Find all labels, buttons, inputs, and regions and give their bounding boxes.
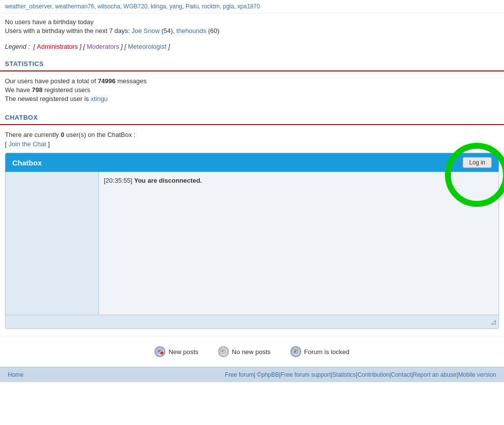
message-text: You are disconnected. bbox=[134, 177, 202, 184]
birthday-users-text: Users with a birthday within the next 7 … bbox=[5, 27, 499, 34]
footer-phpbb[interactable]: phpBB bbox=[261, 371, 279, 378]
footer-free-support[interactable]: Free forum support bbox=[281, 371, 331, 378]
top-user-link[interactable]: klinga bbox=[151, 3, 166, 10]
footer-mobile-version[interactable]: Mobile version bbox=[458, 371, 496, 378]
chatbox-body: [20:35:55] You are disconnected. bbox=[5, 172, 499, 315]
birthday-user-thehounds[interactable]: thehounds bbox=[176, 27, 206, 34]
footer-statistics[interactable]: Statistics bbox=[332, 371, 356, 378]
chatbox-online-text: There are currently 0 user(s) on the Cha… bbox=[5, 131, 499, 138]
footer-home-link[interactable]: Home bbox=[8, 371, 24, 378]
newest-user-stat: The newest registered user is xtingu bbox=[5, 95, 499, 102]
online-prefix: There are currently bbox=[5, 131, 59, 138]
online-suffix: user(s) on the ChatBox : bbox=[66, 131, 135, 138]
new-posts-label: New posts bbox=[168, 348, 198, 356]
messages-count: 74996 bbox=[98, 77, 116, 85]
newest-user-link[interactable]: xtingu bbox=[91, 95, 108, 102]
chatbox-widget: Chatbox Log in [20:35:55] You are discon… bbox=[5, 153, 499, 329]
online-count: 0 bbox=[61, 131, 64, 138]
new-posts-legend: ! New posts bbox=[155, 346, 198, 357]
top-user-link[interactable]: Pailu bbox=[186, 3, 199, 10]
top-user-link[interactable]: weather_observer bbox=[5, 3, 52, 10]
chatbox-users-panel bbox=[5, 172, 99, 315]
top-user-link[interactable]: pgla bbox=[223, 3, 234, 10]
messages-prefix: Our users have posted a total of bbox=[5, 77, 96, 85]
messages-suffix: messages bbox=[117, 77, 146, 85]
top-user-link[interactable]: xpa1870 bbox=[237, 3, 260, 10]
legend-admin-link[interactable]: Administrators bbox=[37, 43, 78, 50]
no-birthday-text: No users have a birthday today bbox=[5, 18, 499, 26]
top-users-bar: weather_observer, weatherman76, wilsocha… bbox=[0, 0, 504, 13]
birthday-prefix: Users with a birthday within the next 7 … bbox=[5, 27, 130, 34]
chatbox-messages: [20:35:55] You are disconnected. bbox=[99, 172, 499, 315]
chatbox-wrapper: Chatbox Log in [20:35:55] You are discon… bbox=[5, 153, 499, 329]
no-new-posts-label: No new posts bbox=[232, 348, 271, 356]
message-time: [20:35:55] bbox=[104, 177, 132, 184]
top-user-link[interactable]: WGB720 bbox=[124, 3, 148, 10]
footer-report-abuse[interactable]: Report an abuse bbox=[413, 371, 457, 378]
forum-locked-legend: Forum is locked bbox=[290, 346, 349, 357]
new-posts-icon: ! bbox=[155, 346, 165, 357]
footer-links: Free forum | © phpBB | Free forum suppor… bbox=[225, 371, 496, 378]
users-suffix: registered users bbox=[44, 86, 90, 94]
join-chat-link[interactable]: Join the Chat bbox=[8, 140, 46, 148]
users-stat: We have 798 registered users bbox=[5, 86, 499, 94]
birthday-section: No users have a birthday today Users wit… bbox=[0, 13, 504, 40]
legend-section: Legend : [ Administrators ] [ Moderators… bbox=[0, 40, 504, 57]
footer-contact[interactable]: Contact bbox=[391, 371, 411, 378]
legend-label: Legend : bbox=[5, 43, 30, 50]
top-user-link[interactable]: weatherman76 bbox=[55, 3, 94, 10]
forum-locked-icon bbox=[290, 346, 301, 357]
legend-meteo-link[interactable]: Meteorologist bbox=[128, 43, 166, 50]
chatbox-section: There are currently 0 user(s) on the Cha… bbox=[0, 128, 504, 336]
chatbox-footer: ⊿ bbox=[5, 315, 499, 328]
legend-icons-section: ! New posts No new posts Forum is locked bbox=[0, 336, 504, 367]
chatbox-header-label: CHATBOX bbox=[0, 111, 504, 125]
statistics-header: STATISTICS bbox=[0, 57, 504, 71]
top-user-link[interactable]: rocktm bbox=[202, 3, 220, 10]
legend-mod-link[interactable]: Moderators bbox=[87, 43, 119, 50]
statistics-section: Our users have posted a total of 74996 m… bbox=[0, 74, 504, 111]
chatbox-widget-header: Chatbox Log in bbox=[5, 153, 499, 172]
svg-rect-9 bbox=[294, 351, 296, 353]
top-user-link[interactable]: yang bbox=[169, 3, 182, 10]
footer-bar: Home Free forum | © phpBB | Free forum s… bbox=[0, 367, 504, 382]
footer-free-forum[interactable]: Free forum bbox=[225, 371, 254, 378]
forum-locked-label: Forum is locked bbox=[304, 348, 349, 356]
users-prefix: We have bbox=[5, 86, 30, 94]
top-user-link[interactable]: wilsocha bbox=[97, 3, 120, 10]
users-count: 798 bbox=[32, 86, 43, 94]
footer-contribution[interactable]: Contribution bbox=[357, 371, 389, 378]
birthday-user-joe[interactable]: Joe Snow bbox=[131, 27, 159, 34]
newest-prefix: The newest registered user is bbox=[5, 95, 89, 102]
resize-icon: ⊿ bbox=[490, 318, 497, 326]
no-new-posts-icon bbox=[218, 346, 229, 357]
messages-stat: Our users have posted a total of 74996 m… bbox=[5, 77, 499, 85]
no-new-posts-legend: No new posts bbox=[218, 346, 271, 357]
svg-rect-5 bbox=[220, 349, 225, 353]
join-chat-line: [ Join the Chat ] bbox=[5, 140, 499, 148]
chatbox-login-button[interactable]: Log in bbox=[463, 157, 492, 168]
chatbox-title: Chatbox bbox=[12, 159, 42, 167]
